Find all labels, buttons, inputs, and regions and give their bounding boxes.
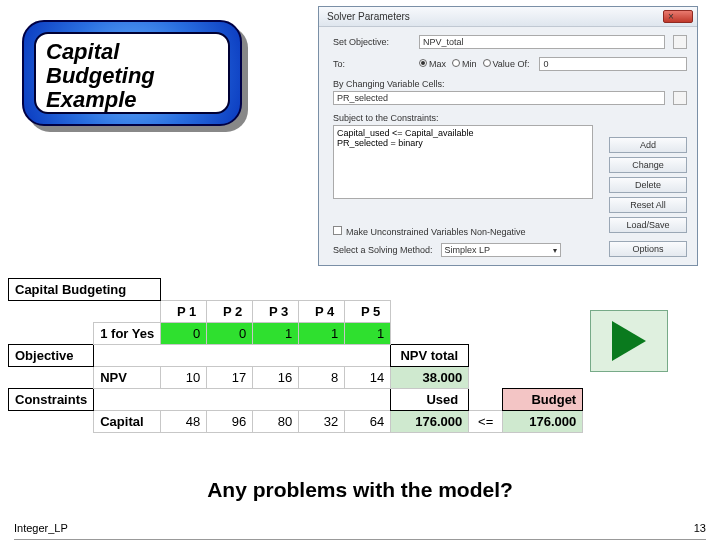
footer-left: Integer_LP: [14, 522, 68, 534]
npv-total-label: NPV total: [391, 345, 469, 367]
title-line-2: Budgeting: [46, 63, 155, 88]
table-row: Capital Budgeting: [9, 279, 583, 301]
title-line-1: Capital: [46, 39, 119, 64]
solving-method-select[interactable]: Simplex LP▾: [441, 243, 561, 257]
chevron-down-icon: ▾: [553, 246, 557, 255]
range-picker-icon[interactable]: [673, 91, 687, 105]
cell[interactable]: 96: [207, 411, 253, 433]
table-row: NPV 10 17 16 8 14 38.000: [9, 367, 583, 389]
col-header-p1: P 1: [161, 301, 207, 323]
title-plaque: Capital Budgeting Example: [22, 20, 242, 126]
method-label: Select a Solving Method:: [333, 245, 433, 255]
constraints-listbox[interactable]: Capital_used <= Capital_available PR_sel…: [333, 125, 593, 199]
delete-button[interactable]: Delete: [609, 177, 687, 193]
value-of-input[interactable]: 0: [539, 57, 687, 71]
cell[interactable]: 80: [253, 411, 299, 433]
close-icon[interactable]: ×: [663, 10, 693, 23]
cell[interactable]: 0: [161, 323, 207, 345]
budget-value[interactable]: 176.000: [503, 411, 583, 433]
col-header-p4: P 4: [299, 301, 345, 323]
dialog-titlebar[interactable]: Solver Parameters ×: [319, 7, 697, 27]
used-value[interactable]: 176.000: [391, 411, 469, 433]
reset-all-button[interactable]: Reset All: [609, 197, 687, 213]
col-header-p5: P 5: [345, 301, 391, 323]
constraints-label: Subject to the Constraints:: [333, 113, 687, 123]
cell[interactable]: 1: [345, 323, 391, 345]
radio-min[interactable]: Min: [452, 59, 477, 69]
table-row: Constraints Used Budget: [9, 389, 583, 411]
options-button[interactable]: Options: [609, 241, 687, 257]
nonneg-label: Make Unconstrained Variables Non-Negativ…: [346, 227, 525, 237]
cell[interactable]: 64: [345, 411, 391, 433]
nonneg-checkbox[interactable]: [333, 226, 342, 235]
table-row: 1 for Yes 0 0 1 1 1: [9, 323, 583, 345]
section-capital-budgeting: Capital Budgeting: [9, 279, 161, 301]
radio-max[interactable]: Max: [419, 59, 446, 69]
cell[interactable]: 48: [161, 411, 207, 433]
title-plaque-inner: Capital Budgeting Example: [34, 32, 230, 114]
footer-right: 13: [694, 522, 706, 534]
play-button[interactable]: [590, 310, 668, 372]
row-label-capital: Capital: [94, 411, 161, 433]
question-text: Any problems with the model?: [0, 478, 720, 502]
dialog-title: Solver Parameters: [323, 11, 663, 22]
budget-label: Budget: [503, 389, 583, 411]
add-button[interactable]: Add: [609, 137, 687, 153]
constraint-line: PR_selected = binary: [337, 138, 589, 148]
set-objective-input[interactable]: NPV_total: [419, 35, 665, 49]
section-objective: Objective: [9, 345, 94, 367]
npv-total-value[interactable]: 38.000: [391, 367, 469, 389]
col-header-p3: P 3: [253, 301, 299, 323]
cell[interactable]: 8: [299, 367, 345, 389]
range-picker-icon[interactable]: [673, 35, 687, 49]
row-label-select: 1 for Yes: [94, 323, 161, 345]
changing-cells-label: By Changing Variable Cells:: [333, 79, 687, 89]
changing-cells-input[interactable]: PR_selected: [333, 91, 665, 105]
section-constraints: Constraints: [9, 389, 94, 411]
row-label-npv: NPV: [94, 367, 161, 389]
table-row: Objective NPV total: [9, 345, 583, 367]
change-button[interactable]: Change: [609, 157, 687, 173]
cell[interactable]: 0: [207, 323, 253, 345]
cell[interactable]: 16: [253, 367, 299, 389]
title-line-3: Example: [46, 87, 137, 112]
table-row: P 1 P 2 P 3 P 4 P 5: [9, 301, 583, 323]
cell[interactable]: 17: [207, 367, 253, 389]
cell[interactable]: 1: [253, 323, 299, 345]
set-objective-label: Set Objective:: [333, 37, 413, 47]
leq-label: <=: [469, 411, 503, 433]
slide-title: Capital Budgeting Example: [46, 40, 218, 113]
table-row: Capital 48 96 80 32 64 176.000 <= 176.00…: [9, 411, 583, 433]
col-header-p2: P 2: [207, 301, 253, 323]
cell[interactable]: 1: [299, 323, 345, 345]
cell[interactable]: 14: [345, 367, 391, 389]
cell[interactable]: 10: [161, 367, 207, 389]
to-label: To:: [333, 59, 413, 69]
radio-valueof[interactable]: Value Of:: [483, 59, 530, 69]
solver-parameters-dialog: Solver Parameters × Set Objective: NPV_t…: [318, 6, 698, 266]
cell[interactable]: 32: [299, 411, 345, 433]
play-icon: [612, 321, 646, 361]
constraint-line: Capital_used <= Capital_available: [337, 128, 589, 138]
used-label: Used: [391, 389, 469, 411]
